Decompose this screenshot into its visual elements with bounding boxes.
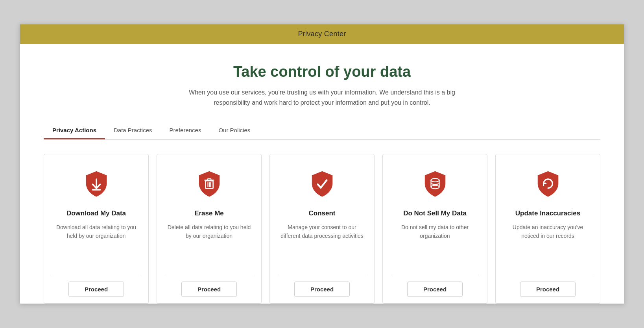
proceed-button-erase[interactable]: Proceed — [181, 282, 237, 297]
card-icon-update — [532, 169, 564, 200]
card-do-not-sell: Do Not Sell My Data Do not sell my data … — [382, 154, 487, 304]
card-desc-erase: Delete all data relating to you held by … — [165, 223, 253, 265]
card-proceed-do-not-sell: Proceed — [391, 275, 479, 303]
card-desc-consent: Manage your consent to our different dat… — [278, 223, 366, 265]
card-icon-erase — [194, 169, 225, 200]
proceed-button-update[interactable]: Proceed — [520, 282, 576, 297]
card-proceed-download: Proceed — [52, 275, 140, 303]
card-desc-update: Update an inaccuracy you've noticed in o… — [504, 223, 592, 265]
tab-data-practices[interactable]: Data Practices — [105, 122, 161, 139]
main-content: Take control of your data When you use o… — [20, 44, 624, 303]
proceed-button-consent[interactable]: Proceed — [294, 282, 350, 297]
hero-subtitle: When you use our services, you're trusti… — [185, 87, 460, 107]
cards-container: Download My Data Download all data relat… — [44, 154, 600, 304]
card-proceed-consent: Proceed — [278, 275, 366, 303]
card-icon-download — [81, 169, 112, 200]
app-window: Privacy Center Take control of your data… — [20, 24, 624, 304]
proceed-button-do-not-sell[interactable]: Proceed — [407, 282, 463, 297]
tab-preferences[interactable]: Preferences — [161, 122, 210, 139]
card-proceed-erase: Proceed — [165, 275, 253, 303]
card-title-update: Update Inaccuracies — [515, 209, 580, 217]
tab-our-policies[interactable]: Our Policies — [210, 122, 259, 139]
card-desc-download: Download all data relating to you held b… — [52, 223, 140, 265]
card-title-erase: Erase Me — [194, 209, 224, 217]
card-consent: Consent Manage your consent to our diffe… — [269, 154, 375, 304]
card-erase-me: Erase Me Delete all data relating to you… — [157, 154, 262, 304]
card-proceed-update: Proceed — [504, 275, 592, 303]
card-desc-do-not-sell: Do not sell my data to other organizatio… — [391, 223, 479, 265]
topbar-title: Privacy Center — [298, 30, 346, 38]
tab-bar: Privacy Actions Data Practices Preferenc… — [44, 122, 600, 140]
card-title-consent: Consent — [309, 209, 336, 217]
topbar: Privacy Center — [20, 24, 624, 44]
hero-section: Take control of your data When you use o… — [44, 63, 600, 107]
card-title-download: Download My Data — [66, 209, 126, 217]
card-title-do-not-sell: Do Not Sell My Data — [403, 209, 467, 217]
hero-title: Take control of your data — [44, 63, 600, 80]
proceed-button-download[interactable]: Proceed — [68, 282, 124, 297]
card-download-my-data: Download My Data Download all data relat… — [44, 154, 149, 304]
card-update-inaccuracies: Update Inaccuracies Update an inaccuracy… — [495, 154, 600, 304]
card-icon-do-not-sell — [419, 169, 451, 200]
tab-privacy-actions[interactable]: Privacy Actions — [44, 122, 105, 139]
card-icon-consent — [306, 169, 338, 200]
